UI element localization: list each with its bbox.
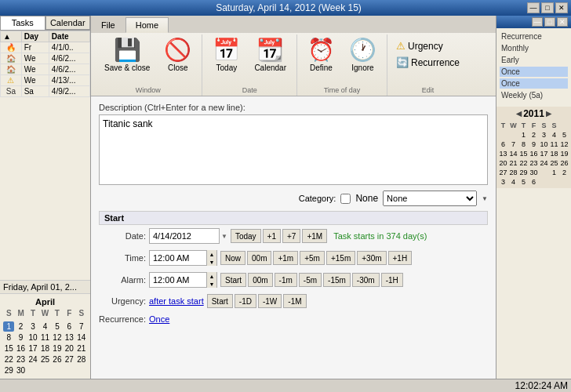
quick-btn-1[interactable]: +1 xyxy=(263,229,281,243)
right-cal-day-cell[interactable]: 25 xyxy=(549,158,559,168)
quick-btn-5m[interactable]: -5m xyxy=(299,273,322,287)
right-cal-day-cell[interactable]: 2 xyxy=(559,168,569,177)
right-cal-day-cell[interactable]: 11 xyxy=(549,140,559,149)
right-cal-day-cell[interactable]: 12 xyxy=(559,140,569,149)
right-cal-day-cell[interactable]: 1 xyxy=(518,130,529,140)
right-panel-min-button[interactable]: — xyxy=(532,17,543,27)
right-cal-day-cell[interactable]: 13 xyxy=(498,149,508,158)
recurrence-button[interactable]: 🔄 Recurrence xyxy=(392,54,464,71)
cal-day-cell[interactable]: 2 xyxy=(15,321,26,332)
right-cal-day-cell[interactable]: 9 xyxy=(529,140,539,149)
cal-day-cell[interactable]: 29 xyxy=(3,365,14,376)
urgency-button[interactable]: ⚠ Urgency xyxy=(392,38,464,54)
right-cal-day-cell[interactable]: 5 xyxy=(518,177,529,187)
right-cal-day-cell[interactable]: 20 xyxy=(498,158,508,168)
right-panel-list-item[interactable]: Early xyxy=(500,55,568,65)
cal-day-cell[interactable]: 12 xyxy=(52,332,63,343)
cal-day-cell[interactable]: 21 xyxy=(76,343,87,354)
quick-btn-1m[interactable]: +1m xyxy=(273,251,298,265)
cal-day-cell[interactable]: 10 xyxy=(27,332,38,343)
cal-day-cell[interactable]: 13 xyxy=(64,332,75,343)
quick-btn-1W[interactable]: -1W xyxy=(258,294,282,308)
right-panel-list-item[interactable]: Weekly (5a) xyxy=(500,90,568,100)
right-cal-day-cell[interactable]: 29 xyxy=(518,168,529,177)
right-panel-close-button[interactable]: ✕ xyxy=(557,17,568,27)
right-cal-day-cell[interactable]: 8 xyxy=(518,140,529,149)
right-cal-day-cell[interactable]: 22 xyxy=(518,158,529,168)
quick-btn-30m[interactable]: -30m xyxy=(352,273,380,287)
quick-btn-7[interactable]: +7 xyxy=(282,229,300,243)
right-cal-day-cell[interactable]: 6 xyxy=(498,140,508,149)
right-cal-prev-button[interactable]: ◀ xyxy=(516,110,522,118)
alarm-field[interactable] xyxy=(150,273,206,287)
cal-day-cell[interactable]: 17 xyxy=(27,343,38,354)
right-cal-day-cell[interactable]: 26 xyxy=(559,158,569,168)
cal-day-cell[interactable]: 9 xyxy=(15,332,26,343)
cal-day-cell[interactable]: 30 xyxy=(15,365,26,376)
quick-btn-Start[interactable]: Start xyxy=(220,273,246,287)
table-row[interactable]: 🏠We4/6/2... xyxy=(1,53,90,64)
cal-day-cell[interactable]: 25 xyxy=(39,354,50,365)
cal-day-cell[interactable]: 1 xyxy=(3,321,14,332)
right-cal-day-cell[interactable]: 3 xyxy=(539,130,549,140)
right-cal-day-cell[interactable]: 2 xyxy=(529,130,539,140)
table-row[interactable]: SaSa4/9/2... xyxy=(1,86,90,97)
table-row[interactable]: 🔥Fr4/1/0.. xyxy=(1,42,90,53)
cal-day-cell[interactable]: 24 xyxy=(27,354,38,365)
cal-day-cell[interactable]: 20 xyxy=(64,343,75,354)
time-field[interactable] xyxy=(150,251,206,265)
ignore-button[interactable]: 🕐 Ignore xyxy=(344,34,382,74)
cal-day-cell[interactable]: 28 xyxy=(76,354,87,365)
cal-day-cell[interactable]: 8 xyxy=(3,332,14,343)
right-cal-day-cell[interactable]: 10 xyxy=(539,140,549,149)
right-cal-day-cell[interactable]: 5 xyxy=(559,130,569,140)
quick-btn-1M[interactable]: -1M xyxy=(283,294,306,308)
right-cal-day-cell[interactable]: 21 xyxy=(508,158,518,168)
cal-day-cell[interactable]: 7 xyxy=(76,321,87,332)
right-cal-day-cell[interactable]: 23 xyxy=(529,158,539,168)
cal-day-cell[interactable]: 18 xyxy=(39,343,50,354)
time-down-button[interactable]: ▼ xyxy=(207,258,216,266)
define-button[interactable]: ⏰ Define xyxy=(302,34,340,74)
quick-btn-1D[interactable]: -1D xyxy=(235,294,256,308)
cal-day-cell[interactable]: 6 xyxy=(64,321,75,332)
table-row[interactable]: ⚠We4/13/... xyxy=(1,75,90,86)
tab-tasks[interactable]: Tasks xyxy=(0,16,45,30)
description-textarea[interactable] xyxy=(99,114,488,185)
quick-btn-Now[interactable]: Now xyxy=(220,251,245,265)
tab-calendar[interactable]: Calendar xyxy=(45,16,91,30)
cal-day-cell[interactable]: 14 xyxy=(76,332,87,343)
right-cal-day-cell[interactable]: 1 xyxy=(549,168,559,177)
right-cal-day-cell[interactable]: 18 xyxy=(549,149,559,158)
close-button[interactable]: ✕ xyxy=(555,2,568,13)
cal-day-cell[interactable]: 15 xyxy=(3,343,14,354)
date-field[interactable] xyxy=(149,228,220,244)
right-panel-list-item[interactable]: Monthly xyxy=(500,43,568,53)
date-dropdown-arrow[interactable]: ▼ xyxy=(221,233,227,240)
cal-day-cell[interactable]: 16 xyxy=(15,343,26,354)
right-cal-day-cell[interactable]: 14 xyxy=(508,149,518,158)
quick-btn-5m[interactable]: +5m xyxy=(300,251,325,265)
cal-day-cell[interactable]: 19 xyxy=(52,343,63,354)
quick-btn-1M[interactable]: +1M xyxy=(302,229,327,243)
quick-btn-15m[interactable]: -15m xyxy=(323,273,351,287)
category-select[interactable]: None xyxy=(383,191,477,206)
cal-day-cell[interactable]: 4 xyxy=(39,321,50,332)
cal-day-cell[interactable]: 23 xyxy=(15,354,26,365)
right-cal-day-cell[interactable]: 24 xyxy=(539,158,549,168)
cal-day-cell[interactable]: 11 xyxy=(39,332,50,343)
calendar-button[interactable]: 📆 Calendar xyxy=(249,34,292,74)
quick-btn-30m[interactable]: +30m xyxy=(357,251,386,265)
quick-btn-Start[interactable]: Start xyxy=(207,294,233,308)
right-cal-next-button[interactable]: ▶ xyxy=(546,110,551,118)
today-button[interactable]: 📅 Today xyxy=(207,34,245,74)
category-checkbox[interactable] xyxy=(340,194,351,204)
minimize-button[interactable]: — xyxy=(527,2,540,13)
alarm-up-button[interactable]: ▲ xyxy=(207,272,216,280)
save-close-button[interactable]: 💾 Save & close xyxy=(99,34,155,74)
right-cal-day-cell[interactable]: 4 xyxy=(549,130,559,140)
right-cal-day-cell[interactable]: 30 xyxy=(529,168,539,177)
right-cal-day-cell[interactable]: 4 xyxy=(508,177,518,187)
right-panel-list-item[interactable]: Once xyxy=(500,67,568,77)
quick-btn-00m[interactable]: 00m xyxy=(248,273,272,287)
